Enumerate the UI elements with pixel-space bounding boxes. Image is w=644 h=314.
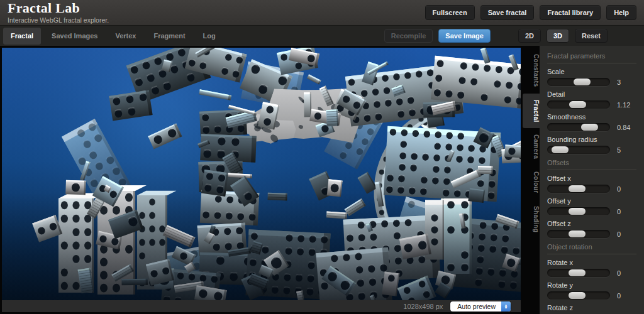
recompile-button[interactable]: Recompile [384,29,433,43]
param-rotate-y: Rotate y0 [547,281,636,300]
side-tab-camera[interactable]: Camera [523,128,540,165]
tab-fragment[interactable]: Fragment [145,26,194,46]
slider-row: 0 [547,291,636,300]
param-rotate-z: Rotate z0 [547,304,636,314]
side-tab-fractal[interactable]: Fractal [523,94,540,129]
param-value: 0 [617,292,621,300]
slider-row: 5 [547,146,636,154]
app-title: Fractal Lab [8,1,109,15]
param-label: Rotate z [547,304,636,311]
app-subtitle: Interactive WebGL fractal explorer. [8,17,109,24]
resolution-label: 1028x498 px [403,303,443,310]
param-smoothness: Smoothness0.84 [547,113,636,131]
slider-row: 1.12 [547,100,636,109]
param-value: 1.12 [617,101,630,109]
mode-button-2d[interactable]: 2D [518,29,541,43]
mode-button-group: 2D3D [518,29,569,43]
preview-mode-value: Auto preview [450,301,501,311]
slider-row: 0 [547,207,636,215]
fractal-library-button[interactable]: Fractal library [540,5,601,20]
param-offset-z: Offset z0 [547,220,636,238]
param-label: Rotate y [547,281,636,289]
slider-row: 0.84 [547,123,636,131]
section-title-fractal-parameters: Fractal parameters [547,47,636,63]
main-area: ConstantsFractalCameraColourShading 1028… [0,46,644,314]
canvas-panel: ConstantsFractalCameraColourShading 1028… [0,46,540,314]
param-rotate-x: Rotate x0 [547,259,636,277]
slider-track-detail[interactable] [547,100,610,109]
slider-row: 0 [547,269,636,277]
slider-row: 3 [547,78,636,86]
canvas-status-bar: 1028x498 px Auto preview ▲▼ [2,300,521,312]
fractal-lab-app: Fractal Lab Interactive WebGL fractal ex… [0,0,644,314]
slider-handle[interactable] [581,124,598,131]
param-label: Offset x [547,175,636,182]
param-scale: Scale3 [547,68,636,86]
slider-handle[interactable] [574,78,591,85]
param-label: Smoothness [547,113,636,121]
side-tab-colour[interactable]: Colour [523,165,540,200]
param-label: Detail [547,90,636,98]
slider-row: 0 [547,185,636,193]
param-bounding-radius: Bounding radius5 [547,136,636,154]
param-offset-y: Offset y0 [547,197,636,215]
tab-vertex[interactable]: Vertex [106,26,145,46]
save-fractal-button[interactable]: Save fractal [480,5,535,20]
slider-track-offset-x[interactable] [547,185,610,193]
slider-track-scale[interactable] [547,78,610,86]
slider-handle[interactable] [569,292,586,299]
slider-handle[interactable] [569,185,586,192]
param-value: 0 [617,230,621,238]
section-title-offsets: Offsets [547,154,636,170]
slider-track-rotate-y[interactable] [547,291,610,300]
slider-track-bounding-radius[interactable] [547,146,610,154]
header-actions: FullscreenSave fractalFractal libraryHel… [425,5,636,20]
toolbar-right: Recompile Save Image 2D3D Reset [384,29,608,43]
slider-handle[interactable] [569,230,586,237]
select-stepper-icon: ▲▼ [501,301,511,311]
param-detail: Detail1.12 [547,90,636,109]
slider-handle[interactable] [569,101,586,108]
slider-track-offset-y[interactable] [547,207,610,215]
header: Fractal Lab Interactive WebGL fractal ex… [0,0,644,25]
param-label: Bounding radius [547,136,636,143]
slider-handle[interactable] [569,208,586,215]
tab-bar: FractalSaved ImagesVertexFragmentLog Rec… [0,25,644,46]
param-label: Scale [547,68,636,75]
help-button[interactable]: Help [606,5,636,20]
param-offset-x: Offset x0 [547,175,636,193]
preview-mode-select[interactable]: Auto preview ▲▼ [450,301,511,311]
param-value: 0 [617,185,621,193]
slider-handle[interactable] [552,146,569,153]
reset-button[interactable]: Reset [575,29,608,43]
param-label: Rotate x [547,259,636,266]
param-value: 0 [617,269,621,277]
param-value: 5 [617,146,621,154]
tab-fractal[interactable]: Fractal [3,28,41,45]
slider-row: 0 [547,230,636,238]
tab-log[interactable]: Log [194,26,225,46]
tab-saved-images[interactable]: Saved Images [43,26,106,46]
tab-list: FractalSaved ImagesVertexFragmentLog [1,26,225,46]
fullscreen-button[interactable]: Fullscreen [425,5,475,20]
section-title-object-rotation: Object rotation [547,238,636,254]
fractal-render-canvas[interactable] [2,48,521,300]
mode-button-3d[interactable]: 3D [547,29,569,43]
slider-handle[interactable] [569,269,586,276]
param-value: 3 [617,78,621,86]
parameters-sidebar: Fractal parametersScale3Detail1.12Smooth… [540,46,644,314]
slider-track-rotate-x[interactable] [547,269,610,277]
side-tab-strip: ConstantsFractalCameraColourShading [523,48,540,239]
slider-track-offset-z[interactable] [547,230,610,238]
param-label: Offset y [547,197,636,205]
slider-track-smoothness[interactable] [547,123,610,131]
side-tab-constants[interactable]: Constants [523,48,540,94]
param-value: 0 [617,208,621,215]
side-tab-shading[interactable]: Shading [523,200,540,239]
param-label: Offset z [547,220,636,227]
param-value: 0.84 [617,124,630,131]
save-image-button[interactable]: Save Image [438,29,491,43]
title-block: Fractal Lab Interactive WebGL fractal ex… [8,1,109,24]
